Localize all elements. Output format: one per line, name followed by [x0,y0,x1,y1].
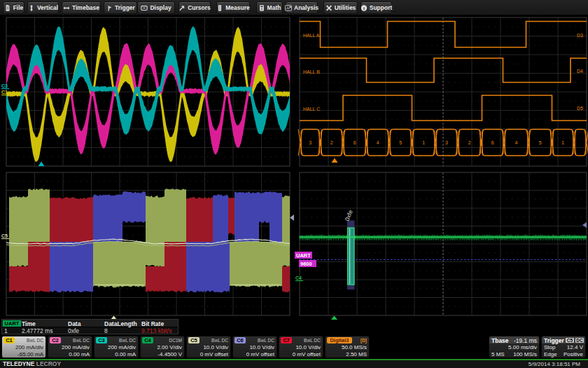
svg-text:6: 6 [354,140,356,145]
svg-text:6: 6 [491,140,494,145]
svg-text:UART: UART [296,252,311,259]
svg-text:C3: C3 [1,83,8,88]
svg-text:5: 5 [399,140,402,145]
svg-text:2: 2 [468,140,471,145]
svg-text:C1: C1 [1,90,8,95]
svg-text:C5: C5 [1,233,8,238]
svg-text:HALL A: HALL A [303,33,320,38]
svg-text:1: 1 [561,140,564,145]
svg-text:HALL B: HALL B [303,69,320,74]
svg-text:C4: C4 [295,275,302,280]
svg-text:5: 5 [539,140,542,145]
svg-text:3: 3 [309,140,312,145]
svg-text:4: 4 [377,140,379,145]
svg-text:3: 3 [445,140,448,145]
svg-text:i: i [363,6,365,11]
svg-text:9600: 9600 [300,261,312,267]
svg-text:HALL C: HALL C [303,107,320,111]
svg-text:D3: D3 [577,33,583,38]
svg-text:D5: D5 [577,106,583,111]
svg-text:D4: D4 [577,69,583,74]
svg-text:4: 4 [515,140,518,145]
svg-text:1: 1 [422,140,425,145]
svg-text:0xfe: 0xfe [344,209,354,222]
svg-text:2: 2 [330,140,333,145]
